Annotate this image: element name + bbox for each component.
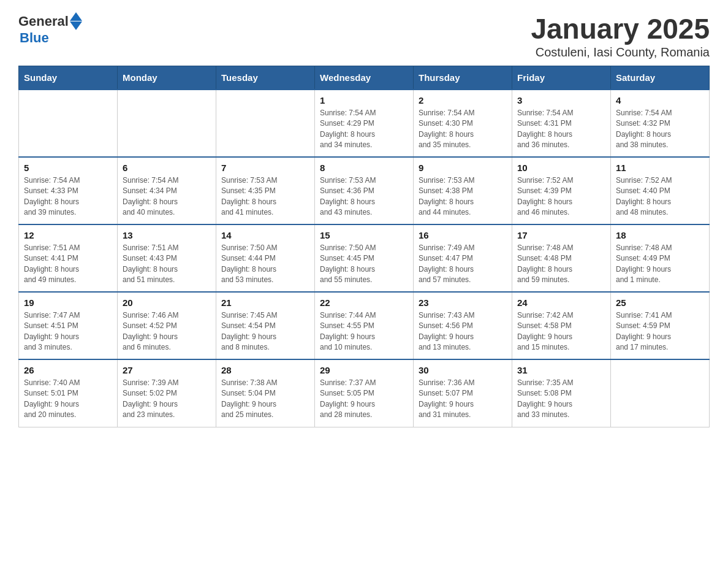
day-info: Sunrise: 7:39 AM Sunset: 5:02 PM Dayligh… xyxy=(123,378,211,421)
calendar-cell: 25Sunrise: 7:41 AM Sunset: 4:59 PM Dayli… xyxy=(611,292,710,359)
header-thursday: Thursday xyxy=(414,66,512,90)
day-number: 13 xyxy=(123,230,211,240)
day-number: 16 xyxy=(419,230,507,240)
calendar-cell: 12Sunrise: 7:51 AM Sunset: 4:41 PM Dayli… xyxy=(19,224,118,292)
day-info: Sunrise: 7:51 AM Sunset: 4:43 PM Dayligh… xyxy=(123,243,211,286)
calendar-cell: 14Sunrise: 7:50 AM Sunset: 4:44 PM Dayli… xyxy=(216,224,315,292)
day-number: 1 xyxy=(320,95,408,105)
calendar-cell: 9Sunrise: 7:53 AM Sunset: 4:38 PM Daylig… xyxy=(414,157,512,224)
calendar-cell: 30Sunrise: 7:36 AM Sunset: 5:07 PM Dayli… xyxy=(414,359,512,427)
calendar-week-row: 19Sunrise: 7:47 AM Sunset: 4:51 PM Dayli… xyxy=(19,292,710,359)
day-number: 31 xyxy=(517,365,605,375)
day-info: Sunrise: 7:42 AM Sunset: 4:58 PM Dayligh… xyxy=(517,310,605,353)
calendar-week-row: 12Sunrise: 7:51 AM Sunset: 4:41 PM Dayli… xyxy=(19,224,710,292)
day-number: 8 xyxy=(320,163,408,173)
day-number: 2 xyxy=(419,95,507,105)
day-number: 24 xyxy=(517,297,605,308)
day-number: 30 xyxy=(419,365,507,375)
day-number: 23 xyxy=(419,297,507,308)
day-number: 10 xyxy=(517,163,605,173)
day-number: 25 xyxy=(616,297,704,308)
day-info: Sunrise: 7:41 AM Sunset: 4:59 PM Dayligh… xyxy=(616,310,704,353)
day-info: Sunrise: 7:54 AM Sunset: 4:30 PM Dayligh… xyxy=(419,108,507,151)
calendar-cell: 10Sunrise: 7:52 AM Sunset: 4:39 PM Dayli… xyxy=(512,157,611,224)
calendar-cell: 2Sunrise: 7:54 AM Sunset: 4:30 PM Daylig… xyxy=(414,90,512,157)
day-info: Sunrise: 7:54 AM Sunset: 4:31 PM Dayligh… xyxy=(517,108,605,151)
day-info: Sunrise: 7:35 AM Sunset: 5:08 PM Dayligh… xyxy=(517,378,605,421)
day-number: 15 xyxy=(320,230,408,240)
calendar-cell xyxy=(118,90,216,157)
calendar-cell: 1Sunrise: 7:54 AM Sunset: 4:29 PM Daylig… xyxy=(315,90,414,157)
calendar-cell: 24Sunrise: 7:42 AM Sunset: 4:58 PM Dayli… xyxy=(512,292,611,359)
calendar-cell: 6Sunrise: 7:54 AM Sunset: 4:34 PM Daylig… xyxy=(118,157,216,224)
header-sunday: Sunday xyxy=(19,66,118,90)
day-number: 4 xyxy=(616,95,704,105)
calendar-cell: 28Sunrise: 7:38 AM Sunset: 5:04 PM Dayli… xyxy=(216,359,315,427)
calendar-week-row: 1Sunrise: 7:54 AM Sunset: 4:29 PM Daylig… xyxy=(19,90,710,157)
calendar-cell: 26Sunrise: 7:40 AM Sunset: 5:01 PM Dayli… xyxy=(19,359,118,427)
day-number: 3 xyxy=(517,95,605,105)
day-number: 21 xyxy=(221,297,309,308)
calendar-cell: 23Sunrise: 7:43 AM Sunset: 4:56 PM Dayli… xyxy=(414,292,512,359)
calendar-cell xyxy=(611,359,710,427)
day-number: 28 xyxy=(221,365,309,375)
calendar-week-row: 5Sunrise: 7:54 AM Sunset: 4:33 PM Daylig… xyxy=(19,157,710,224)
day-number: 29 xyxy=(320,365,408,375)
day-info: Sunrise: 7:54 AM Sunset: 4:29 PM Dayligh… xyxy=(320,108,408,151)
calendar-cell: 5Sunrise: 7:54 AM Sunset: 4:33 PM Daylig… xyxy=(19,157,118,224)
calendar-cell: 4Sunrise: 7:54 AM Sunset: 4:32 PM Daylig… xyxy=(611,90,710,157)
logo: General Blue xyxy=(18,12,82,46)
page-subtitle: Costuleni, Iasi County, Romania xyxy=(531,45,710,59)
day-info: Sunrise: 7:50 AM Sunset: 4:45 PM Dayligh… xyxy=(320,243,408,286)
calendar-cell xyxy=(216,90,315,157)
calendar-header-row: SundayMondayTuesdayWednesdayThursdayFrid… xyxy=(19,66,710,90)
header-tuesday: Tuesday xyxy=(216,66,315,90)
day-info: Sunrise: 7:53 AM Sunset: 4:38 PM Dayligh… xyxy=(419,175,507,218)
day-number: 5 xyxy=(24,163,112,173)
calendar-cell: 8Sunrise: 7:53 AM Sunset: 4:36 PM Daylig… xyxy=(315,157,414,224)
day-info: Sunrise: 7:53 AM Sunset: 4:36 PM Dayligh… xyxy=(320,175,408,218)
calendar-cell xyxy=(19,90,118,157)
calendar-cell: 16Sunrise: 7:49 AM Sunset: 4:47 PM Dayli… xyxy=(414,224,512,292)
calendar-cell: 13Sunrise: 7:51 AM Sunset: 4:43 PM Dayli… xyxy=(118,224,216,292)
calendar-cell: 21Sunrise: 7:45 AM Sunset: 4:54 PM Dayli… xyxy=(216,292,315,359)
day-number: 27 xyxy=(123,365,211,375)
day-info: Sunrise: 7:43 AM Sunset: 4:56 PM Dayligh… xyxy=(419,310,507,353)
day-info: Sunrise: 7:54 AM Sunset: 4:34 PM Dayligh… xyxy=(123,175,211,218)
calendar-cell: 3Sunrise: 7:54 AM Sunset: 4:31 PM Daylig… xyxy=(512,90,611,157)
calendar-cell: 18Sunrise: 7:48 AM Sunset: 4:49 PM Dayli… xyxy=(611,224,710,292)
page-header: General Blue January 2025 Costuleni, Ias… xyxy=(18,12,710,59)
day-info: Sunrise: 7:49 AM Sunset: 4:47 PM Dayligh… xyxy=(419,243,507,286)
day-info: Sunrise: 7:48 AM Sunset: 4:49 PM Dayligh… xyxy=(616,243,704,286)
calendar-cell: 15Sunrise: 7:50 AM Sunset: 4:45 PM Dayli… xyxy=(315,224,414,292)
day-info: Sunrise: 7:36 AM Sunset: 5:07 PM Dayligh… xyxy=(419,378,507,421)
day-info: Sunrise: 7:45 AM Sunset: 4:54 PM Dayligh… xyxy=(221,310,309,353)
title-block: January 2025 Costuleni, Iasi County, Rom… xyxy=(531,12,710,59)
day-number: 7 xyxy=(221,163,309,173)
calendar-cell: 31Sunrise: 7:35 AM Sunset: 5:08 PM Dayli… xyxy=(512,359,611,427)
calendar-cell: 27Sunrise: 7:39 AM Sunset: 5:02 PM Dayli… xyxy=(118,359,216,427)
day-info: Sunrise: 7:40 AM Sunset: 5:01 PM Dayligh… xyxy=(24,378,112,421)
calendar-cell: 20Sunrise: 7:46 AM Sunset: 4:52 PM Dayli… xyxy=(118,292,216,359)
calendar-table: SundayMondayTuesdayWednesdayThursdayFrid… xyxy=(18,66,710,427)
day-number: 11 xyxy=(616,163,704,173)
day-info: Sunrise: 7:48 AM Sunset: 4:48 PM Dayligh… xyxy=(517,243,605,286)
day-number: 22 xyxy=(320,297,408,308)
day-info: Sunrise: 7:38 AM Sunset: 5:04 PM Dayligh… xyxy=(221,378,309,421)
day-info: Sunrise: 7:54 AM Sunset: 4:33 PM Dayligh… xyxy=(24,175,112,218)
calendar-cell: 29Sunrise: 7:37 AM Sunset: 5:05 PM Dayli… xyxy=(315,359,414,427)
calendar-week-row: 26Sunrise: 7:40 AM Sunset: 5:01 PM Dayli… xyxy=(19,359,710,427)
day-info: Sunrise: 7:37 AM Sunset: 5:05 PM Dayligh… xyxy=(320,378,408,421)
calendar-cell: 7Sunrise: 7:53 AM Sunset: 4:35 PM Daylig… xyxy=(216,157,315,224)
page-title: January 2025 xyxy=(531,12,710,45)
day-info: Sunrise: 7:46 AM Sunset: 4:52 PM Dayligh… xyxy=(123,310,211,353)
logo-general: General xyxy=(18,13,69,29)
header-saturday: Saturday xyxy=(611,66,710,90)
day-info: Sunrise: 7:50 AM Sunset: 4:44 PM Dayligh… xyxy=(221,243,309,286)
day-number: 20 xyxy=(123,297,211,308)
day-number: 12 xyxy=(24,230,112,240)
calendar-cell: 11Sunrise: 7:52 AM Sunset: 4:40 PM Dayli… xyxy=(611,157,710,224)
day-number: 14 xyxy=(221,230,309,240)
day-info: Sunrise: 7:51 AM Sunset: 4:41 PM Dayligh… xyxy=(24,243,112,286)
logo-blue: Blue xyxy=(20,30,49,46)
